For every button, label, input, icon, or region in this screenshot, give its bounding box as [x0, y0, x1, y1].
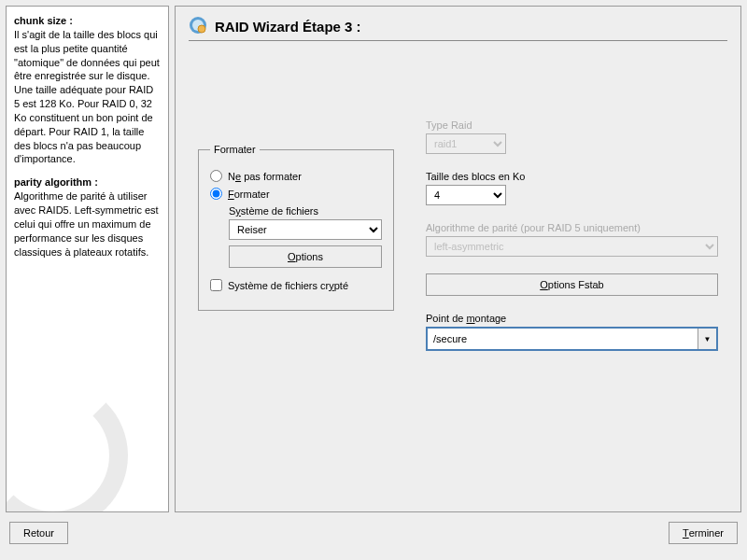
encrypted-checkbox[interactable]: Système de fichiers crypté [210, 279, 382, 291]
filesystem-label: Système de fichiers [229, 205, 382, 217]
page-title: RAID Wizard Étape 3 : [215, 19, 361, 35]
format-legend: Formater [210, 144, 260, 155]
finish-button[interactable]: Terminer [669, 522, 738, 544]
svg-point-2 [198, 25, 205, 33]
raid-type-label: Type Raid [426, 119, 718, 131]
chunk-text: Il s'agit de la taille des blocs qui est… [14, 29, 160, 165]
parity-heading: parity algorithm : [14, 176, 98, 188]
block-size-label: Taille des blocs en Ko [426, 171, 718, 182]
help-sidebar: chunk size :Il s'agit de la taille des b… [6, 6, 169, 512]
bottom-bar: Retour Terminer [0, 518, 747, 548]
options-button[interactable]: Options [229, 245, 382, 268]
mount-point-label: Point de montage [426, 313, 718, 324]
parity-algo-label: Algorithme de parité (pour RAID 5 unique… [426, 222, 718, 233]
block-size-select[interactable]: 4 [426, 185, 506, 205]
main-panel: RAID Wizard Étape 3 : Formater Ne pas fo… [175, 6, 741, 512]
filesystem-select[interactable]: Reiser [229, 219, 382, 240]
format-radio[interactable]: Formater [210, 188, 382, 200]
decorative-swirl [6, 381, 128, 512]
parity-algo-select: left-asymmetric [426, 236, 718, 257]
parity-text: Algorithme de parité à utiliser avec RAI… [14, 190, 159, 257]
back-button[interactable]: Retour [9, 522, 68, 544]
wizard-icon [189, 16, 207, 36]
mount-point-combobox[interactable]: ▼ [426, 327, 718, 351]
title-divider [189, 40, 727, 41]
format-group: Formater Ne pas formater Formater Systèm… [198, 144, 394, 311]
chunk-heading: chunk size : [14, 15, 73, 26]
raid-type-select: raid1 [426, 133, 506, 154]
fstab-options-button[interactable]: Options Fstab [426, 273, 718, 296]
mount-point-input[interactable] [428, 329, 698, 349]
no-format-radio[interactable]: Ne pas formater [210, 170, 382, 182]
chevron-down-icon[interactable]: ▼ [698, 329, 716, 349]
